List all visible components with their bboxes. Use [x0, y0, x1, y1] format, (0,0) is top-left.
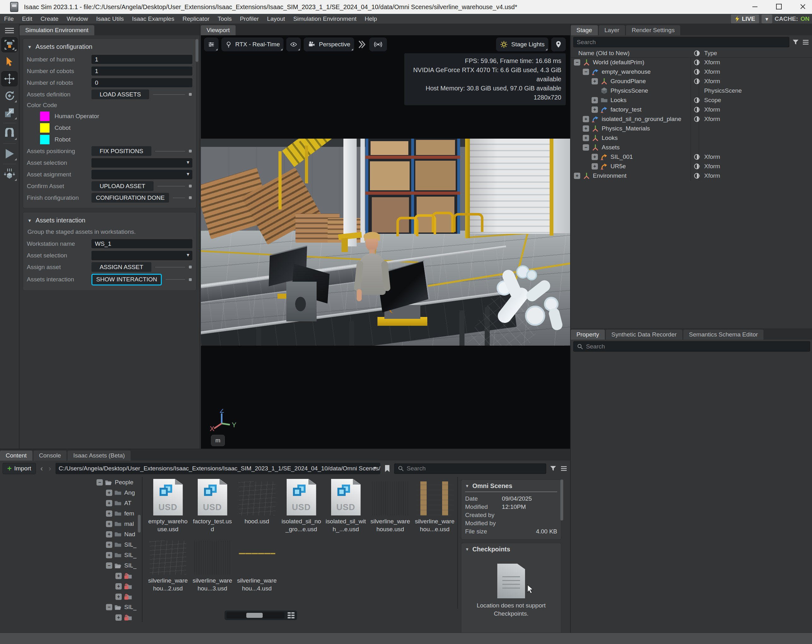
expand-toggle[interactable]: +	[583, 125, 589, 132]
collapse-toggle[interactable]: −	[583, 69, 589, 75]
expand-toggle[interactable]: +	[106, 510, 112, 517]
content-search-field[interactable]	[394, 463, 546, 474]
expand-toggle[interactable]: +	[106, 521, 112, 527]
options-menu-icon[interactable]	[560, 465, 568, 472]
stage-row-sil-001[interactable]: + SIL_001 Xform	[571, 152, 812, 161]
maximize-button[interactable]	[774, 2, 784, 11]
expand-toggle[interactable]: +	[106, 542, 112, 548]
stage-row-looks[interactable]: + Looks Scope	[571, 96, 812, 105]
folder-item-open[interactable]: −SIL_	[0, 602, 142, 612]
menu-edit[interactable]: Edit	[18, 15, 37, 22]
stage-search-input[interactable]	[577, 39, 786, 46]
tab-layer[interactable]: Layer	[599, 25, 625, 35]
tab-stage[interactable]: Stage	[571, 25, 598, 35]
back-arrow-button[interactable]: ‹	[39, 464, 44, 473]
folder-item[interactable]: +SIL_	[0, 539, 142, 550]
visibility-eye-icon[interactable]	[693, 59, 701, 66]
visibility-eye-icon[interactable]	[693, 116, 701, 123]
camera-button[interactable]: Perspective	[304, 38, 354, 51]
menu-isaac-utils[interactable]: Isaac Utils	[92, 15, 128, 22]
folder-item[interactable]: +Ang	[0, 487, 142, 498]
file-item[interactable]: silverline_warehou...e.usd	[412, 479, 457, 538]
content-search-input[interactable]	[407, 465, 543, 472]
visibility-eye-icon[interactable]	[693, 69, 701, 75]
file-item[interactable]: USD factory_test.usd	[190, 479, 235, 538]
file-item[interactable]: USD isolated_sil_with_...e.usd	[324, 479, 368, 538]
property-search-field[interactable]	[573, 341, 810, 352]
tab-property[interactable]: Property	[571, 330, 605, 340]
folder-item-open[interactable]: −SIL_	[0, 560, 142, 571]
grid-view-icon[interactable]	[287, 611, 295, 620]
file-item[interactable]: hood.usd	[235, 479, 279, 538]
stage-row-groundplane[interactable]: + GroundPlane Xform	[571, 76, 812, 86]
interaction-asset-selection-dropdown[interactable]	[92, 251, 192, 260]
visibility-eye-icon[interactable]	[693, 97, 701, 104]
tab-content[interactable]: Content	[0, 451, 32, 461]
stage-row-factory-test[interactable]: + factory_test Xform	[571, 105, 812, 114]
tab-viewport[interactable]: Viewport	[201, 25, 235, 35]
folder-people[interactable]: − People	[0, 477, 142, 487]
broadcast-button[interactable]	[369, 38, 387, 51]
file-item[interactable]: silverline_warehou...4.usd	[235, 538, 279, 597]
expand-toggle[interactable]: +	[106, 552, 112, 558]
upload-asset-button[interactable]: UPLOAD ASSET	[92, 181, 154, 191]
filter-icon[interactable]	[792, 38, 800, 46]
expand-toggle[interactable]: +	[583, 135, 589, 141]
file-item[interactable]: USD empty_warehouse.usd	[146, 479, 190, 538]
live-dropdown-chevron[interactable]: ▼	[762, 15, 772, 23]
stage-row-environment[interactable]: + Environment Xform	[571, 171, 812, 181]
forward-arrow-button[interactable]: ›	[47, 464, 52, 473]
expand-toggle[interactable]: +	[115, 594, 122, 600]
assets-configuration-header[interactable]: ▼ Assets configuration	[27, 41, 192, 53]
file-item[interactable]: silverline_warehouse.usd	[368, 479, 412, 538]
collapse-toggle[interactable]: −	[106, 562, 112, 569]
assign-asset-button[interactable]: ASSIGN ASSET	[92, 262, 151, 272]
tab-console[interactable]: Console	[34, 451, 67, 461]
visibility-options-button[interactable]	[286, 38, 301, 51]
stage-lights-button[interactable]: Stage Lights	[496, 38, 548, 51]
move-tool[interactable]	[1, 71, 18, 86]
expand-toggle[interactable]: +	[592, 97, 598, 104]
asset-selection-dropdown[interactable]	[92, 158, 192, 167]
stage-row-assets[interactable]: − Assets	[571, 143, 812, 152]
stage-row-ur5e[interactable]: + UR5e Xform	[571, 161, 812, 171]
renderer-button[interactable]: RTX - Real-Time	[221, 38, 284, 51]
menu-replicator[interactable]: Replicator	[179, 15, 214, 22]
folder-item[interactable]: +AT	[0, 498, 142, 508]
collapse-toggle[interactable]: −	[583, 144, 589, 151]
rotate-tool[interactable]	[1, 88, 18, 104]
stage-row-physics-materials[interactable]: + Physics_Materials	[571, 124, 812, 133]
play-tool[interactable]	[1, 146, 18, 161]
collapse-toggle[interactable]: −	[96, 479, 103, 486]
menu-tools[interactable]: Tools	[214, 15, 235, 22]
expand-toggle[interactable]: +	[592, 78, 598, 84]
locked-usd-item[interactable]: +	[0, 581, 142, 591]
assets-interaction-header[interactable]: ▼ Assets interaction	[27, 215, 192, 227]
visibility-eye-icon[interactable]	[693, 163, 701, 170]
stage-row-world[interactable]: − World (defaultPrim) Xform	[571, 58, 812, 67]
fix-positions-button[interactable]: FIX POSITIONS	[92, 146, 151, 156]
asset-assignment-dropdown[interactable]	[92, 170, 192, 179]
file-item[interactable]: silverline_warehou...3.usd	[190, 538, 235, 597]
visibility-eye-icon[interactable]	[693, 154, 701, 160]
checkpoints-header[interactable]: ▼Checkpoints	[465, 546, 557, 555]
file-item[interactable]: silverline_warehou...2.usd	[146, 538, 190, 597]
folder-tree-scrollbar[interactable]	[138, 515, 140, 533]
visibility-eye-icon[interactable]	[693, 172, 701, 179]
column-name[interactable]: Name (Old to New)	[571, 50, 693, 57]
snap-tool[interactable]	[1, 126, 18, 141]
menu-profiler[interactable]: Profiler	[236, 15, 263, 22]
waypoint-pin-button[interactable]	[551, 38, 566, 51]
menu-isaac-examples[interactable]: Isaac Examples	[128, 15, 179, 22]
visibility-eye-icon[interactable]	[693, 106, 701, 113]
expand-chevrons-icon[interactable]	[357, 39, 366, 50]
expand-toggle[interactable]: +	[583, 116, 589, 122]
workstation-name-field[interactable]: WS_1	[92, 239, 192, 248]
menu-layout[interactable]: Layout	[263, 15, 289, 22]
expand-toggle[interactable]: +	[115, 583, 122, 589]
menu-file[interactable]: File	[0, 15, 18, 22]
collapse-toggle[interactable]: −	[106, 604, 112, 610]
property-search-input[interactable]	[586, 343, 807, 350]
details-section-header[interactable]: ▼Omni Scenes	[465, 483, 557, 492]
asset-placement-tool[interactable]	[1, 37, 18, 52]
